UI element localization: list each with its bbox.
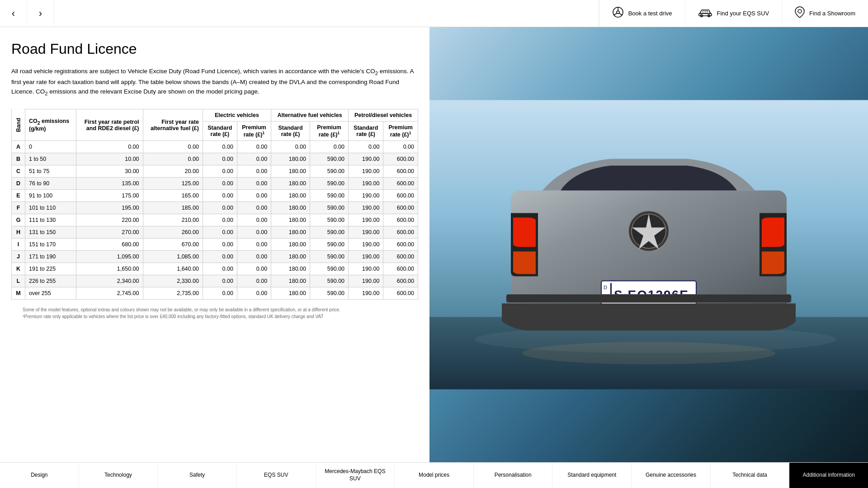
- alt-fuel-cell: 20.00: [143, 165, 203, 178]
- pd-std-cell: 190.00: [349, 239, 383, 251]
- band-col-header: Band: [12, 109, 25, 141]
- pd-prem-cell: 600.00: [383, 275, 418, 287]
- alt-fuel-cell: 1,640.00: [143, 263, 203, 275]
- band-cell: K: [12, 263, 25, 275]
- pd-std-cell: 190.00: [349, 263, 383, 275]
- pd-prem-cell: 0.00: [383, 141, 418, 153]
- road-fund-table: Band CO2 emissions(g/km) First year rate…: [11, 109, 418, 300]
- afv-prem-cell: 590.00: [310, 263, 348, 275]
- svg-text:EQS: EQS: [704, 10, 708, 12]
- pd-prem-cell: 600.00: [383, 190, 418, 202]
- alt-fuel-cell: 2,735.00: [143, 287, 203, 300]
- ev-prem-cell: 0.00: [237, 226, 271, 239]
- petrol-cell: 270.00: [76, 226, 143, 239]
- header: ‹ › Book a test drive: [0, 0, 868, 27]
- pd-std-cell: 190.00: [349, 153, 383, 165]
- disclaimer-section: Some of the model features, optional ext…: [11, 300, 418, 327]
- alt-fuel-cell: 260.00: [143, 226, 203, 239]
- car-image-panel: D S·EQ1296E: [429, 27, 868, 462]
- table-row: M over 255 2,745.00 2,735.00 0.00 0.00 1…: [12, 287, 418, 300]
- car-icon: EQS: [698, 7, 712, 20]
- svg-line-3: [613, 13, 617, 15]
- band-cell: G: [12, 214, 25, 226]
- alt-fuel-cell: 210.00: [143, 214, 203, 226]
- pd-std-cell: 190.00: [349, 214, 383, 226]
- co2-cell: 151 to 170: [25, 239, 76, 251]
- afv-group-header: Alternative fuel vehicles: [271, 109, 349, 121]
- petrol-cell: 1,650.00: [76, 263, 143, 275]
- ev-prem-header: Premiumrate (£)1: [237, 121, 271, 141]
- table-row: A 0 0.00 0.00 0.00 0.00 0.00 0.00 0.00 0…: [12, 141, 418, 153]
- pd-prem-cell: 600.00: [383, 165, 418, 178]
- co2-cell: 76 to 90: [25, 178, 76, 190]
- petrol-cell: 0.00: [76, 141, 143, 153]
- band-cell: E: [12, 190, 25, 202]
- svg-rect-21: [506, 295, 791, 303]
- find-showroom-label: Find a Showroom: [809, 10, 855, 17]
- ev-prem-cell: 0.00: [237, 275, 271, 287]
- alt-fuel-cell: 0.00: [143, 141, 203, 153]
- alt-fuel-col-header: First year ratealternative fuel (£): [143, 109, 203, 141]
- table-row: J 171 to 190 1,095.00 1,085.00 0.00 0.00…: [12, 251, 418, 263]
- ev-prem-cell: 0.00: [237, 141, 271, 153]
- find-eqs-suv-button[interactable]: EQS Find your EQS SUV: [685, 0, 782, 27]
- description: All road vehicle registrations are subje…: [11, 66, 418, 98]
- band-cell: J: [12, 251, 25, 263]
- band-cell: L: [12, 275, 25, 287]
- pd-prem-cell: 600.00: [383, 202, 418, 214]
- afv-prem-cell: 590.00: [310, 153, 348, 165]
- ev-std-cell: 0.00: [203, 239, 237, 251]
- afv-prem-cell: 590.00: [310, 214, 348, 226]
- svg-point-22: [522, 342, 775, 365]
- svg-line-4: [619, 13, 622, 15]
- ev-prem-cell: 0.00: [237, 263, 271, 275]
- main-content: Road Fund Licence All road vehicle regis…: [0, 27, 868, 462]
- table-row: E 91 to 100 175.00 165.00 0.00 0.00 180.…: [12, 190, 418, 202]
- book-test-drive-button[interactable]: Book a test drive: [599, 0, 685, 27]
- table-row: D 76 to 90 135.00 125.00 0.00 0.00 180.0…: [12, 178, 418, 190]
- ev-prem-cell: 0.00: [237, 251, 271, 263]
- petrol-cell: 135.00: [76, 178, 143, 190]
- afv-std-cell: 180.00: [271, 275, 310, 287]
- band-cell: I: [12, 239, 25, 251]
- find-showroom-button[interactable]: Find a Showroom: [782, 0, 868, 27]
- afv-std-cell: 180.00: [271, 226, 310, 239]
- petrol-diesel-group-header: Petrol/diesel vehicles: [349, 109, 418, 121]
- table-row: L 226 to 255 2,340.00 2,330.00 0.00 0.00…: [12, 275, 418, 287]
- table-row: I 151 to 170 680.00 670.00 0.00 0.00 180…: [12, 239, 418, 251]
- pd-prem-cell: 600.00: [383, 214, 418, 226]
- co2-cell: 111 to 130: [25, 214, 76, 226]
- band-cell: C: [12, 165, 25, 178]
- ev-prem-cell: 0.00: [237, 153, 271, 165]
- ev-prem-cell: 0.00: [237, 287, 271, 300]
- afv-std-cell: 0.00: [271, 141, 310, 153]
- afv-std-cell: 180.00: [271, 263, 310, 275]
- petrol-cell: 680.00: [76, 239, 143, 251]
- header-actions: Book a test drive EQS Find your EQS SUV: [599, 0, 868, 27]
- ev-prem-cell: 0.00: [237, 190, 271, 202]
- ev-std-cell: 0.00: [203, 178, 237, 190]
- pd-std-cell: 190.00: [349, 251, 383, 263]
- afv-prem-cell: 590.00: [310, 239, 348, 251]
- page-title: Road Fund Licence: [11, 41, 418, 57]
- prev-button[interactable]: ‹: [0, 0, 27, 27]
- ev-std-cell: 0.00: [203, 141, 237, 153]
- co2-cell: 51 to 75: [25, 165, 76, 178]
- co2-cell: 191 to 225: [25, 263, 76, 275]
- band-cell: F: [12, 202, 25, 214]
- table-row: B 1 to 50 10.00 0.00 0.00 0.00 180.00 59…: [12, 153, 418, 165]
- pd-prem-header: Premiumrate (£)1: [383, 121, 418, 141]
- ev-std-cell: 0.00: [203, 190, 237, 202]
- next-button[interactable]: ›: [27, 0, 54, 27]
- pd-std-cell: 190.00: [349, 190, 383, 202]
- pd-std-cell: 190.00: [349, 226, 383, 239]
- band-cell: B: [12, 153, 25, 165]
- svg-text:D: D: [604, 285, 607, 290]
- co2-cell: 101 to 110: [25, 202, 76, 214]
- electric-group-header: Electric vehicles: [203, 109, 271, 121]
- pd-prem-cell: 600.00: [383, 153, 418, 165]
- ev-prem-cell: 0.00: [237, 165, 271, 178]
- afv-prem-cell: 590.00: [310, 275, 348, 287]
- afv-prem-header: Premiumrate (£)1: [310, 121, 348, 141]
- disclaimer-1: Some of the model features, optional ext…: [23, 306, 407, 313]
